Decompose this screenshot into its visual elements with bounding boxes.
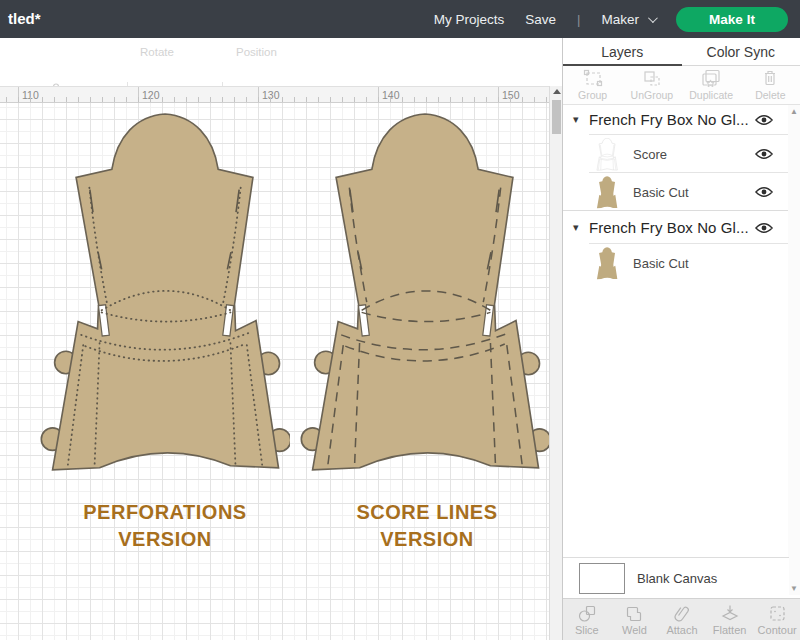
layer-row-basic-cut[interactable]: Basic Cut — [563, 244, 789, 282]
visibility-eye-icon[interactable] — [755, 149, 773, 160]
ruler-tick: 120 — [142, 89, 160, 101]
blank-canvas-label: Blank Canvas — [637, 571, 717, 586]
edit-toolbar: H Rotate Position X Y — [0, 38, 562, 86]
panel-scrollbar[interactable]: ▲ ▼ — [788, 105, 800, 595]
make-it-button[interactable]: Make It — [676, 7, 788, 32]
blank-canvas-row[interactable]: Blank Canvas — [563, 557, 789, 598]
machine-select[interactable]: Maker — [601, 12, 655, 27]
layer-name: Score — [633, 147, 667, 162]
paperclip-icon — [672, 604, 692, 623]
slice-icon — [577, 604, 597, 623]
weld-icon — [624, 604, 644, 623]
ruler-tick: 110 — [22, 89, 39, 101]
basic-cut-layer-thumbnail — [595, 247, 619, 280]
duplicate-button[interactable]: Duplicate — [682, 66, 741, 104]
group-button[interactable]: Group — [563, 66, 622, 104]
visibility-eye-icon[interactable] — [755, 114, 773, 125]
ruler-tick: 130 — [262, 89, 280, 101]
scrollbar-up-arrow-icon[interactable]: ▲ — [790, 107, 798, 116]
visibility-eye-icon[interactable] — [755, 187, 773, 198]
ruler-tick: 150 — [502, 89, 520, 101]
layers-panel: Layers Color Sync Group UnGroup — [562, 38, 800, 640]
attach-button[interactable]: Attach — [658, 599, 706, 640]
canvas-vertical-scrollbar[interactable] — [549, 86, 562, 640]
score-layer-thumbnail — [595, 138, 619, 171]
group-icon — [583, 69, 603, 87]
weld-button[interactable]: Weld — [611, 599, 659, 640]
layer-name: Basic Cut — [633, 256, 689, 271]
fry-box-shape-score-lines[interactable] — [298, 112, 550, 478]
chevron-down-icon — [648, 13, 658, 23]
scrollbar-up-arrow-icon[interactable] — [553, 89, 561, 94]
fry-box-shape-perforations[interactable] — [38, 112, 290, 478]
contour-button[interactable]: Contour — [753, 599, 800, 640]
blank-canvas-thumbnail — [579, 563, 625, 594]
save-link[interactable]: Save — [525, 12, 556, 27]
layer-name: Basic Cut — [633, 185, 689, 200]
topbar-divider: | — [577, 12, 580, 27]
ungroup-icon — [642, 69, 662, 87]
tab-layers[interactable]: Layers — [563, 38, 682, 65]
basic-cut-layer-thumbnail — [595, 176, 619, 209]
machine-select-label: Maker — [601, 12, 639, 27]
ruler-tick: 140 — [382, 89, 400, 101]
collapse-arrow-icon[interactable]: ▾ — [573, 221, 579, 234]
layer-row-basic-cut[interactable]: Basic Cut — [563, 173, 789, 211]
my-projects-link[interactable]: My Projects — [434, 12, 505, 27]
position-label: Position — [236, 46, 277, 58]
document-title[interactable]: tled* — [8, 10, 41, 27]
layer-group-name: French Fry Box No Gl... — [589, 111, 749, 128]
flatten-button[interactable]: Flatten — [706, 599, 754, 640]
flatten-icon — [720, 604, 740, 623]
tab-color-sync[interactable]: Color Sync — [682, 38, 800, 65]
design-canvas[interactable]: PERFORATIONS VERSION SCORE LINES VERSION — [0, 103, 549, 640]
layer-group-header[interactable]: ▾ French Fry Box No Gl... — [563, 104, 789, 135]
slice-button[interactable]: Slice — [563, 599, 611, 640]
collapse-arrow-icon[interactable]: ▾ — [573, 113, 579, 126]
layer-group-header[interactable]: ▾ French Fry Box No Gl... — [563, 211, 789, 244]
layer-row-score[interactable]: Score — [563, 135, 789, 173]
visibility-eye-icon[interactable] — [755, 222, 773, 233]
caption-perforations-version[interactable]: PERFORATIONS VERSION — [58, 499, 272, 553]
scrollbar-thumb[interactable] — [552, 100, 561, 134]
horizontal-ruler: 110 120 130 140 150 — [0, 86, 549, 103]
trash-icon — [760, 69, 780, 87]
ungroup-button[interactable]: UnGroup — [622, 66, 681, 104]
delete-button[interactable]: Delete — [741, 66, 800, 104]
duplicate-icon — [701, 69, 721, 87]
rotate-label: Rotate — [140, 46, 174, 58]
contour-icon — [767, 604, 787, 623]
scrollbar-down-arrow-icon[interactable]: ▼ — [790, 584, 798, 593]
layer-group-name: French Fry Box No Gl... — [589, 219, 749, 236]
topbar: tled* My Projects Save | Maker Make It — [0, 0, 800, 38]
caption-score-lines-version[interactable]: SCORE LINES VERSION — [320, 499, 534, 553]
